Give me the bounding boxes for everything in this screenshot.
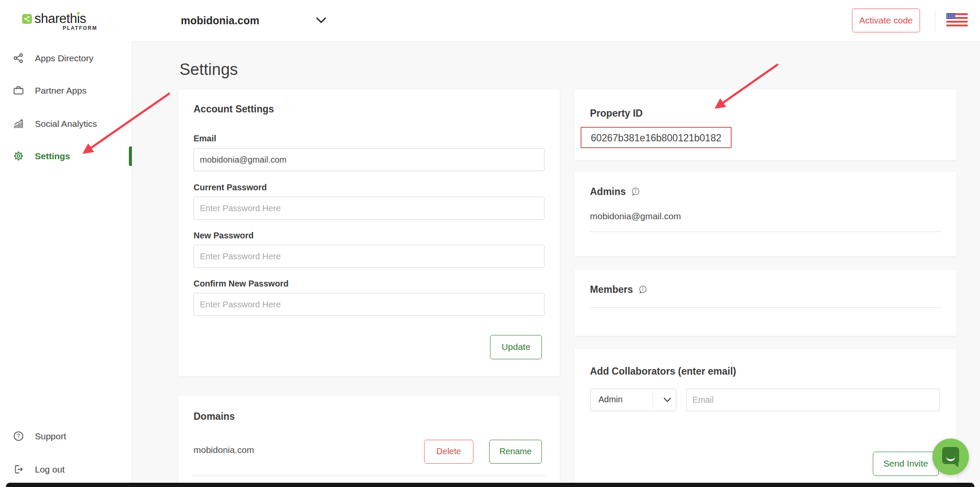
header-divider [935,11,935,33]
new-password-label: New Password [194,231,254,241]
site-selector-dropdown[interactable]: mobidonia.com [174,10,333,32]
sidebar-item-support[interactable]: ? Support [0,427,131,446]
sidebar-item-settings[interactable]: Settings [0,147,131,166]
card-heading: Account Settings [194,103,274,115]
select-divider [652,392,653,408]
activate-code-button[interactable]: Activate code [852,9,920,32]
admin-email: mobidonia@gmail.com [590,211,681,221]
divider [192,476,546,476]
email-label: Email [194,134,216,143]
sharethis-logo [22,14,32,24]
sidebar-item-label: Apps Directory [35,53,94,63]
share-nodes-icon [13,52,24,64]
divider [590,307,942,308]
chevron-down-icon [316,17,327,24]
language-flag-icon[interactable] [946,13,968,26]
card-heading: Admins [590,186,626,198]
email-field[interactable] [194,148,544,171]
logout-icon [13,464,24,475]
property-id-card: Property ID 60267b381e16b800121b0182 [574,89,957,160]
property-id-box: 60267b381e16b800121b0182 [581,127,732,148]
sidebar-item-label: Social Analytics [35,119,97,129]
card-heading: Domains [194,411,235,422]
rename-domain-button[interactable]: Rename [489,440,542,464]
help-icon: ? [13,430,24,442]
bottom-edge-bar [6,483,974,487]
share-icon [23,15,31,23]
role-select-value: Admin [598,395,623,404]
current-password-field[interactable] [194,197,544,220]
site-selector-value: mobidonia.com [181,14,259,27]
sidebar-item-social-analytics[interactable]: Social Analytics [0,115,131,133]
briefcase-icon [13,85,24,96]
card-heading: Members [590,284,633,295]
sidebar-item-label: Settings [35,151,70,161]
current-password-label: Current Password [194,183,267,192]
property-id-value: 60267b381e16b800121b0182 [591,132,721,144]
card-heading: Add Collaborators (enter email) [590,366,736,377]
divider [590,232,942,232]
active-item-accent-bar [129,146,132,166]
update-button[interactable]: Update [490,335,542,359]
confirm-password-label: Confirm New Password [194,279,288,289]
domain-name: mobidonia.com [194,445,254,455]
brand-name: sharethis [34,11,86,26]
sidebar-item-label: Support [35,431,66,441]
info-icon[interactable] [638,285,648,295]
chat-launcher-button[interactable] [932,438,969,475]
account-settings-card: Account Settings Email Current Password … [178,89,560,376]
chat-bubble-icon [942,447,959,464]
sidebar-item-logout[interactable]: Log out [0,460,131,479]
sidebar-item-label: Partner Apps [35,86,86,96]
chevron-down-icon [663,396,672,404]
card-heading: Property ID [590,108,643,119]
sidebar-item-apps-directory[interactable]: Apps Directory [0,49,131,68]
new-password-field[interactable] [194,245,544,268]
members-card: Members [574,270,957,336]
add-collaborators-card: Add Collaborators (enter email) Admin Se… [574,349,957,487]
domains-card: Domains mobidonia.com Delete Rename [178,395,560,487]
collaborator-email-field[interactable] [686,389,940,411]
sidebar-item-partner-apps[interactable]: Partner Apps [0,81,131,100]
page-title: Settings [179,60,238,79]
svg-text:?: ? [17,433,20,439]
role-select[interactable]: Admin [590,389,676,411]
send-invite-button[interactable]: Send Invite [873,452,939,476]
info-icon[interactable] [631,187,641,197]
gear-icon [13,150,24,162]
brand-platform-label: PLATFORM [34,25,97,31]
admins-card: Admins mobidonia@gmail.com [574,172,957,256]
sidebar: Apps Directory Partner Apps Social Analy… [0,41,132,487]
sidebar-item-label: Log out [35,464,65,475]
delete-domain-button[interactable]: Delete [424,440,473,464]
top-header: sharethis PLATFORM mobidonia.com Activat… [0,0,980,42]
analytics-icon [13,118,24,129]
confirm-password-field[interactable] [194,293,544,316]
